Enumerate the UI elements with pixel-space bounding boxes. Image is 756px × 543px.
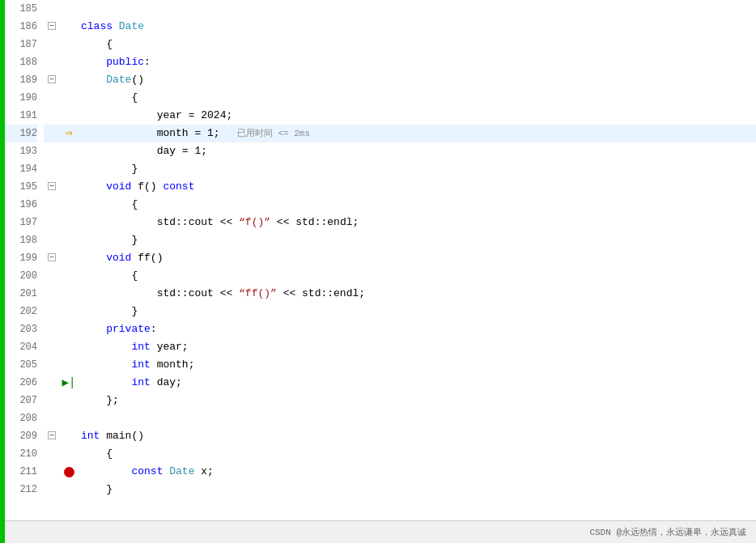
plain-token: month; bbox=[157, 356, 195, 374]
fold-cell bbox=[44, 285, 60, 303]
fold-cell bbox=[44, 392, 60, 409]
line-number: 208 bbox=[5, 409, 37, 427]
indicator-cell bbox=[60, 0, 78, 18]
plain-token: } bbox=[131, 160, 138, 178]
fold-cell bbox=[44, 356, 60, 374]
line-number: 202 bbox=[5, 303, 37, 320]
indicator-cell bbox=[60, 409, 78, 427]
fold-gutter[interactable]: −−−−− bbox=[44, 0, 60, 520]
plain-token: day; bbox=[157, 374, 182, 392]
indicator-cell bbox=[60, 481, 78, 498]
code-line: { bbox=[78, 196, 756, 214]
code-lines: class Date { public: Date() { year = 202… bbox=[78, 0, 756, 520]
fold-cell bbox=[44, 125, 60, 142]
fold-cell bbox=[44, 53, 60, 71]
plain-token: f() bbox=[138, 178, 163, 196]
code-line: year = 2024; bbox=[78, 107, 756, 125]
editor: 1851861871881891901911921931941951961971… bbox=[0, 0, 756, 543]
left-sidebar-bar bbox=[0, 0, 5, 543]
fold-cell bbox=[44, 481, 60, 498]
keyword-token: class bbox=[81, 18, 119, 36]
footer: CSDN @永远热情，永远谦卑，永远真诚 bbox=[0, 520, 756, 543]
line-number: 195 bbox=[5, 178, 37, 196]
line-number: 205 bbox=[5, 356, 37, 374]
fold-cell bbox=[44, 338, 60, 356]
indicators-col: ⇒▶| bbox=[60, 0, 78, 520]
indicator-cell bbox=[60, 36, 78, 53]
arrow-icon: ⇒ bbox=[65, 125, 73, 142]
fold-cell[interactable]: − bbox=[44, 18, 60, 36]
line-number: 186 bbox=[5, 18, 37, 36]
line-number: 207 bbox=[5, 392, 37, 409]
indicator-cell bbox=[60, 71, 78, 89]
keyword-token: const bbox=[163, 178, 194, 196]
code-line: int month; bbox=[78, 356, 756, 374]
plain-token: { bbox=[131, 89, 138, 107]
keyword-token: void bbox=[106, 249, 138, 267]
fold-cell bbox=[44, 374, 60, 392]
plain-token: year; bbox=[157, 338, 189, 356]
code-line: const Date x; bbox=[78, 463, 756, 481]
plain-token: } bbox=[106, 481, 113, 498]
line-number: 200 bbox=[5, 267, 37, 285]
fold-cell bbox=[44, 196, 60, 214]
code-line: void ff() bbox=[78, 249, 756, 267]
string-token: “f()” bbox=[239, 214, 270, 231]
keyword-token: private bbox=[106, 320, 151, 338]
fold-cell[interactable]: − bbox=[44, 178, 60, 196]
classname-token: Date bbox=[119, 18, 144, 36]
keyword-token: int bbox=[131, 338, 156, 356]
line-number: 204 bbox=[5, 338, 37, 356]
plain-token: : bbox=[144, 53, 151, 71]
code-line: Date() bbox=[78, 71, 756, 89]
fold-cell bbox=[44, 160, 60, 178]
time-hint: 已用时间 <= 2ms bbox=[227, 125, 310, 142]
fold-cell bbox=[44, 320, 60, 338]
indicator-cell bbox=[60, 160, 78, 178]
fold-cell bbox=[44, 142, 60, 160]
fold-cell[interactable]: − bbox=[44, 71, 60, 89]
indicator-cell bbox=[60, 18, 78, 36]
line-number: 203 bbox=[5, 320, 37, 338]
fold-cell bbox=[44, 89, 60, 107]
plain-token: main() bbox=[106, 427, 144, 445]
indicator-cell bbox=[60, 285, 78, 303]
line-number: 194 bbox=[5, 160, 37, 178]
line-number: 190 bbox=[5, 89, 37, 107]
plain-token: { bbox=[106, 445, 113, 463]
code-line: public: bbox=[78, 53, 756, 71]
fold-cell bbox=[44, 231, 60, 249]
indicator-cell bbox=[60, 231, 78, 249]
fold-cell[interactable]: − bbox=[44, 249, 60, 267]
line-number: 197 bbox=[5, 214, 37, 231]
fold-cell[interactable]: − bbox=[44, 427, 60, 445]
code-line: int day; bbox=[78, 374, 756, 392]
code-line: class Date bbox=[78, 18, 756, 36]
code-line: int year; bbox=[78, 338, 756, 356]
keyword-token: void bbox=[106, 178, 138, 196]
code-line: month = 1; 已用时间 <= 2ms bbox=[78, 125, 756, 142]
line-number: 187 bbox=[5, 36, 37, 53]
indicator-cell bbox=[60, 267, 78, 285]
line-number: 196 bbox=[5, 196, 37, 214]
plain-token: x; bbox=[194, 463, 213, 481]
indicator-cell bbox=[60, 107, 78, 125]
line-number: 185 bbox=[5, 0, 37, 18]
line-number: 192 bbox=[5, 125, 37, 142]
plain-token: << std::endl; bbox=[277, 285, 365, 303]
indicator-cell bbox=[60, 320, 78, 338]
line-number: 191 bbox=[5, 107, 37, 125]
keyword-token: public bbox=[106, 53, 144, 71]
fold-cell bbox=[44, 303, 60, 320]
plain-token: day = 1; bbox=[157, 142, 207, 160]
code-line: } bbox=[78, 481, 756, 498]
indicator-cell bbox=[60, 303, 78, 320]
line-number: 199 bbox=[5, 249, 37, 267]
classname-token: Date bbox=[169, 463, 194, 481]
code-line: std::cout << “f()” << std::endl; bbox=[78, 214, 756, 231]
classname-token: Date bbox=[106, 71, 131, 89]
plain-token: ff() bbox=[138, 249, 163, 267]
plain-token: std::cout << bbox=[157, 214, 239, 231]
line-number: 209 bbox=[5, 427, 37, 445]
code-line: } bbox=[78, 231, 756, 249]
